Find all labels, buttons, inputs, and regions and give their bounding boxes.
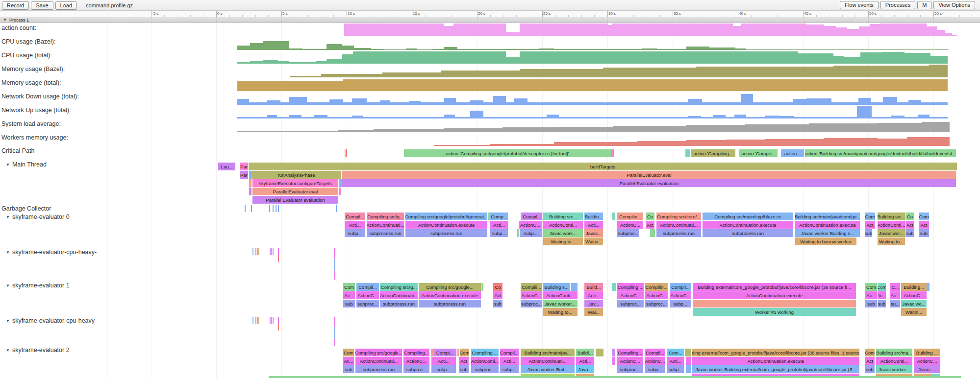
track-label-skyframe-evaluator-cpu-heavy[interactable]: ▼skyframe-evaluator-cpu-heavy- [1,317,97,324]
skyframe-evaluator-1-event[interactable]: Compiling ... [617,283,644,291]
skyframe-evaluator-0-event[interactable]: Compiling src/main/cpp/blaze.cc [703,213,793,220]
main-thread-event[interactable] [249,179,251,187]
skyframe-evaluator-2-event[interactable]: Building src/ma... [876,349,912,356]
skyframe-evaluator-0-event[interactable] [650,229,655,237]
cpu-heavy-0-marks-event[interactable] [334,259,335,271]
skyframe-evaluator-1-event[interactable]: sub [493,300,503,307]
skyframe-evaluator-1-event[interactable]: Waitin... [901,308,927,316]
cpu-heavy-1-marks-event[interactable] [255,317,256,324]
bottom-strip-event[interactable] [269,376,961,378]
skyframe-evaluator-0-event[interactable]: Act [919,221,929,229]
main-thread-event[interactable]: Par [240,163,248,170]
skyframe-evaluator-2-event[interactable]: subproc... [403,365,429,373]
main-thread-event[interactable]: skyframeExecutor.configureTargets [252,179,338,187]
skyframe-evaluator-1-event[interactable]: Building s... [543,283,570,291]
skyframe-evaluator-0-event[interactable]: Javac... [584,229,603,237]
skyframe-evaluator-0-event[interactable]: sub [905,229,914,237]
skyframe-evaluator-0-event[interactable]: Compiling src/core/... [656,213,701,220]
cpu-heavy-0-marks-event[interactable] [278,255,279,262]
skyframe-evaluator-1-event[interactable]: Waiting to... [543,308,578,316]
skyframe-evaluator-1-event[interactable]: Compil... [670,283,691,291]
skyframe-evaluator-0-event[interactable]: Acti... [584,221,603,229]
skyframe-evaluator-2-event[interactable]: Building src/main/jav... [521,349,575,356]
skyframe-evaluator-2-event[interactable]: Acti... [667,357,684,365]
skyframe-evaluator-0-event[interactable]: Comp... [490,213,508,220]
skyframe-evaluator-0-event[interactable]: Com [919,213,929,220]
cpu-heavy-0-marks-event[interactable] [270,248,271,255]
skyframe-evaluator-2-event[interactable]: Act [865,357,875,365]
skyframe-evaluator-1-event[interactable]: C... [890,283,900,291]
main-thread-event[interactable] [339,179,342,187]
skyframe-evaluator-0-event[interactable]: subprocess.run [367,229,404,237]
skyframe-evaluator-2-event[interactable]: Com [460,349,469,356]
cpu-heavy-0-marks-event[interactable] [255,248,256,255]
skyframe-evaluator-2-event[interactable]: Javac worker Building external/com_googl… [692,365,859,373]
skyframe-evaluator-1-event[interactable]: Wai... [584,308,603,316]
load-button[interactable]: Load [55,1,77,10]
skyframe-evaluator-0-event[interactable]: Compilin... [617,213,643,220]
cpu-heavy-1-marks-event[interactable] [334,339,335,346]
skyframe-evaluator-1-event[interactable]: ActionContinuati... [380,291,418,299]
skyframe-evaluator-2-event[interactable]: ActionContinuati... [355,357,402,365]
skyframe-evaluator-0-event[interactable]: Building src/main/java/com/go... [795,213,860,220]
skyframe-evaluator-0-event[interactable]: ActionContinuati... [656,221,701,229]
cpu-heavy-1-marks-event[interactable] [271,317,272,324]
skyframe-evaluator-2-event[interactable] [686,357,691,365]
skyframe-evaluator-1-event[interactable]: Ac... [890,291,900,299]
skyframe-evaluator-2-event[interactable]: Com [865,349,875,356]
main-thread-event[interactable]: ParallelEvaluator.eval [252,188,338,195]
skyframe-evaluator-0-event[interactable]: Buildin... [584,213,603,220]
track-label-skyframe-evaluator-2[interactable]: ▼skyframe-evaluator 2 [1,347,70,354]
skyframe-evaluator-1-event[interactable]: Compil... [356,283,379,291]
skyframe-evaluator-2-event[interactable]: sub [343,365,354,373]
skyframe-evaluator-2-event[interactable]: subprocess.run [355,365,402,373]
skyframe-evaluator-2-event[interactable]: Compil... [645,349,665,356]
skyframe-evaluator-0-event[interactable]: Waitin... [584,237,603,245]
skyframe-evaluator-1-event[interactable]: ActionC... [645,291,668,299]
garbage-collector-event[interactable] [336,205,337,212]
skyframe-evaluator-1-event[interactable]: subprocess.run [380,300,418,307]
skyframe-evaluator-1-event[interactable]: Com [878,283,886,291]
skyframe-evaluator-2-event[interactable]: Acti... [431,357,456,365]
skyframe-evaluator-0-event[interactable]: Compil... [345,213,365,220]
skyframe-evaluator-2-event[interactable]: Buildi... [576,349,594,356]
main-thread-event[interactable]: Par [240,171,248,179]
cpu-heavy-0-marks-event[interactable] [257,248,258,255]
skyframe-evaluator-1-event[interactable]: Ac... [878,291,886,299]
skyframe-evaluator-2-event[interactable]: Java... [576,365,594,373]
skyframe-evaluator-1-event[interactable]: Com [865,283,877,291]
record-button[interactable]: Record [2,1,29,10]
skyframe-evaluator-2-event[interactable]: subp... [645,365,665,373]
critical-path-event[interactable]: action 'Compiling... [691,149,735,157]
skyframe-evaluator-0-event[interactable] [517,229,519,237]
skyframe-evaluator-0-event[interactable]: Com [865,213,875,220]
track-label-main-thread[interactable]: ▼Main Thread [1,161,47,168]
skyframe-evaluator-0-event[interactable]: Waiting to borrow worker [795,237,856,245]
skyframe-evaluator-0-event[interactable]: Javac wor... [878,229,905,237]
skyframe-evaluator-2-event[interactable]: Acti... [576,357,594,365]
critical-path-event[interactable]: action 'Compiling src/google/protobuf/de… [404,149,611,157]
skyframe-evaluator-2-event[interactable] [457,349,459,356]
skyframe-evaluator-0-event[interactable]: subp... [490,229,508,237]
critical-path-event[interactable] [685,149,690,157]
skyframe-evaluator-1-event[interactable]: Javac worker... [543,300,578,307]
skyframe-evaluator-1-event[interactable]: sub [343,300,355,307]
skyframe-evaluator-2-event[interactable]: Compiling ... [471,349,499,356]
skyframe-evaluator-0-event[interactable]: Compiling src/g... [367,213,404,220]
skyframe-evaluator-0-event[interactable]: subprocess.run [703,229,793,237]
skyframe-evaluator-0-event[interactable]: ActionConti... [878,221,905,229]
skyframe-evaluator-2-event[interactable]: ActionC... [645,357,665,365]
skyframe-evaluator-2-event[interactable]: Com [343,349,354,356]
main-thread-event[interactable] [249,188,251,195]
skyframe-evaluator-1-event[interactable]: ActionC... [521,291,542,299]
skyframe-evaluator-1-event[interactable]: Javac wo... [901,300,927,307]
skyframe-evaluator-0-event[interactable]: Building src... [543,213,583,220]
skyframe-evaluator-2-event[interactable]: Javac worker... [876,365,912,373]
skyframe-evaluator-1-event[interactable]: ActionConti... [543,291,578,299]
skyframe-evaluator-0-event[interactable]: subprocess.run [656,229,701,237]
critical-path-event[interactable]: action 'Building src/main/java/com/googl… [805,149,956,157]
skyframe-evaluator-0-event[interactable]: Act [646,221,654,229]
skyframe-evaluator-1-event[interactable]: sub [878,300,886,307]
skyframe-evaluator-0-event[interactable]: Co [646,213,654,220]
main-thread-event[interactable]: Parallel Evaluator evaluation [252,196,338,204]
